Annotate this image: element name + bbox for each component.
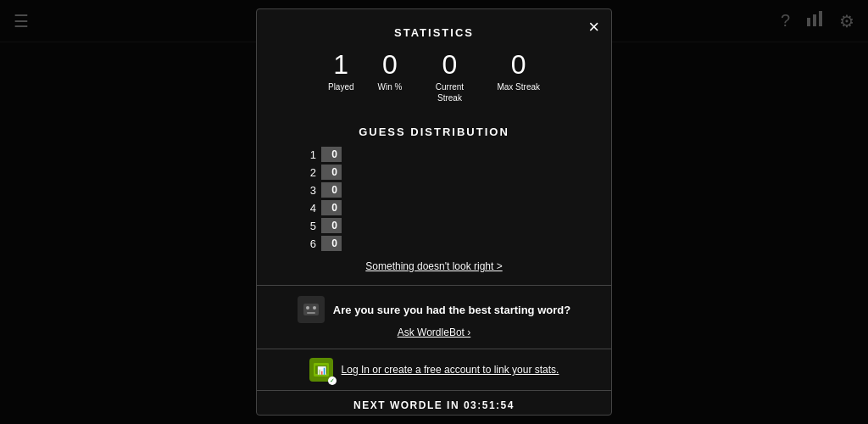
- dist-value-1: 0: [331, 148, 337, 160]
- table-row: 3 0: [308, 182, 594, 198]
- distribution-rows: 1 0 2 0 3: [274, 147, 594, 251]
- table-row: 6 0: [308, 236, 594, 251]
- dist-bar-container-5: 0: [321, 218, 342, 233]
- svg-point-4: [306, 306, 309, 310]
- modal-overlay: × STATISTICS 1 Played 0 Win % 0 Current …: [0, 0, 868, 424]
- stat-played-number: 1: [333, 51, 348, 78]
- login-text[interactable]: Log In or create a free account to link …: [342, 364, 559, 376]
- dist-value-4: 0: [331, 202, 337, 214]
- stat-current-label: Current Streak: [426, 81, 473, 103]
- login-section: 📊 ✓ Log In or create a free account to l…: [257, 349, 611, 391]
- dist-bar-6: 0: [321, 236, 342, 251]
- dist-bar-container-3: 0: [321, 182, 342, 198]
- dist-value-3: 0: [331, 184, 337, 196]
- stat-max-number: 0: [511, 51, 526, 78]
- report-link-text[interactable]: Something doesn't look right >: [365, 260, 502, 272]
- statistics-modal: × STATISTICS 1 Played 0 Win % 0 Current …: [256, 8, 612, 416]
- stat-played-label: Played: [328, 81, 354, 92]
- wordlebot-question: Are you sure you had the best starting w…: [333, 304, 570, 316]
- dist-bar-container-4: 0: [321, 200, 342, 215]
- table-row: 5 0: [308, 218, 594, 233]
- table-row: 2 0: [308, 165, 594, 180]
- stat-played: 1 Played: [328, 51, 354, 103]
- stat-max-label: Max Streak: [497, 81, 540, 92]
- dist-label-2: 2: [308, 166, 316, 179]
- distribution-title: GUESS DISTRIBUTION: [274, 126, 594, 138]
- login-check-icon: ✓: [328, 377, 337, 385]
- stats-section: STATISTICS 1 Played 0 Win % 0 Current St…: [257, 9, 611, 114]
- close-button[interactable]: ×: [588, 18, 599, 36]
- dist-label-5: 5: [308, 220, 316, 232]
- next-wordle-section: NEXT WORDLE IN 03:51:54 Play Spelling Be…: [257, 391, 611, 416]
- dist-bar-container-6: 0: [321, 236, 342, 251]
- wordlebot-icon: [298, 296, 325, 323]
- report-link[interactable]: Something doesn't look right >: [274, 258, 594, 273]
- login-icon-inner: 📊: [314, 363, 329, 377]
- distribution-section: GUESS DISTRIBUTION 1 0 2 0: [257, 114, 611, 285]
- dist-label-3: 3: [308, 184, 316, 197]
- svg-point-5: [313, 306, 316, 310]
- dist-bar-1: 0: [321, 147, 342, 162]
- stat-current-streak: 0 Current Streak: [426, 51, 473, 103]
- dist-label-4: 4: [308, 202, 316, 215]
- stat-max-streak: 0 Max Streak: [497, 51, 540, 103]
- dist-bar-4: 0: [321, 200, 342, 215]
- dist-bar-container-1: 0: [321, 147, 342, 162]
- wordlebot-section: Are you sure you had the best starting w…: [257, 285, 611, 349]
- dist-label-1: 1: [308, 148, 316, 161]
- stats-title: STATISTICS: [274, 26, 594, 39]
- login-icon: 📊 ✓: [309, 358, 333, 382]
- next-countdown: 03:51:54: [464, 399, 515, 411]
- dist-label-6: 6: [308, 237, 316, 250]
- stat-win-label: Win %: [378, 81, 403, 92]
- stat-current-number: 0: [442, 51, 458, 78]
- svg-rect-6: [307, 312, 315, 314]
- stat-win: 0 Win %: [378, 51, 403, 103]
- svg-text:📊: 📊: [316, 365, 326, 376]
- table-row: 4 0: [308, 200, 594, 215]
- dist-bar-2: 0: [321, 165, 342, 180]
- dist-value-5: 0: [331, 220, 337, 232]
- dist-bar-container-2: 0: [321, 165, 342, 180]
- table-row: 1 0: [308, 147, 594, 162]
- wordlebot-row: Are you sure you had the best starting w…: [298, 296, 570, 323]
- wordlebot-link[interactable]: Ask WordleBot ›: [398, 326, 470, 338]
- next-wordle-title: NEXT WORDLE IN 03:51:54: [274, 399, 594, 411]
- dist-bar-5: 0: [321, 218, 342, 233]
- dist-bar-3: 0: [321, 182, 342, 198]
- stats-row: 1 Played 0 Win % 0 Current Streak 0 Max …: [274, 51, 594, 103]
- dist-value-2: 0: [331, 166, 337, 178]
- dist-value-6: 0: [331, 237, 337, 249]
- stat-win-number: 0: [382, 51, 398, 78]
